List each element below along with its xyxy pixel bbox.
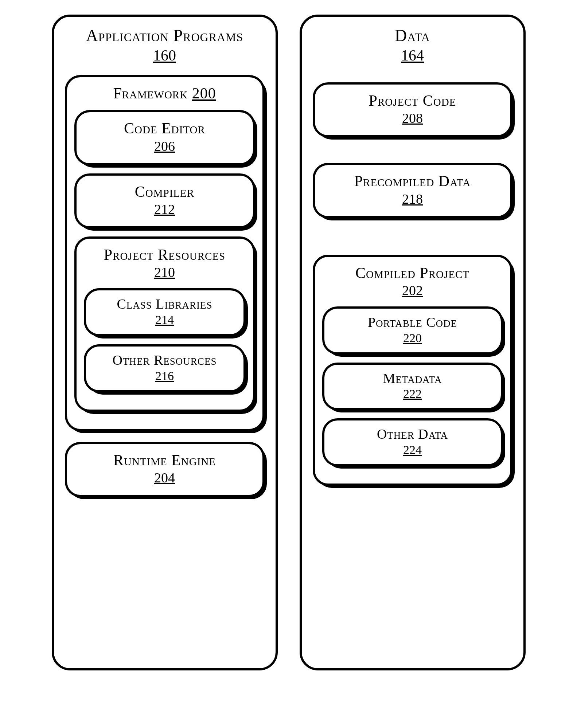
portable-code-ref: 220 — [330, 331, 495, 345]
metadata-ref: 222 — [330, 387, 495, 401]
compiler-box: Compiler 212 — [74, 173, 255, 228]
precompiled-data-box: Precompiled Data 218 — [313, 163, 512, 218]
data-panel: Data 164 Project Code 208 Precompiled Da… — [300, 15, 526, 670]
portable-code-title: Portable Code — [330, 314, 495, 330]
application-programs-title: Application Programs — [65, 26, 265, 45]
compiler-title: Compiler — [84, 183, 246, 200]
framework-box: Framework 200 Code Editor 206 Compiler 2… — [65, 75, 265, 431]
precompiled-data-title: Precompiled Data — [322, 172, 503, 190]
data-header: Data 164 — [313, 26, 512, 64]
precompiled-data-ref: 218 — [322, 191, 503, 207]
other-data-ref: 224 — [330, 443, 495, 457]
metadata-box: Metadata 222 — [322, 363, 503, 411]
class-libraries-title: Class Libraries — [91, 296, 238, 312]
code-editor-box: Code Editor 206 — [74, 110, 255, 165]
class-libraries-box: Class Libraries 214 — [84, 288, 246, 336]
other-data-box: Other Data 224 — [322, 418, 503, 466]
runtime-engine-ref: 204 — [74, 470, 255, 486]
project-resources-title: Project Resources — [84, 246, 246, 263]
other-resources-title: Other Resources — [91, 352, 238, 368]
project-resources-box: Project Resources 210 Class Libraries 21… — [74, 236, 255, 412]
application-programs-header: Application Programs 160 — [65, 26, 265, 64]
compiled-project-box: Compiled Project 202 Portable Code 220 M… — [313, 255, 512, 486]
framework-title: Framework 200 — [74, 85, 255, 102]
data-title: Data — [313, 26, 512, 45]
code-editor-ref: 206 — [84, 138, 246, 154]
other-resources-ref: 216 — [91, 369, 238, 383]
class-libraries-ref: 214 — [91, 313, 238, 327]
compiled-project-ref: 202 — [322, 282, 503, 298]
project-code-ref: 208 — [322, 110, 503, 126]
other-resources-box: Other Resources 216 — [84, 344, 246, 392]
compiler-ref: 212 — [84, 201, 246, 217]
other-data-title: Other Data — [330, 426, 495, 442]
project-resources-ref: 210 — [84, 264, 246, 280]
project-code-title: Project Code — [322, 92, 503, 109]
compiled-project-title: Compiled Project — [322, 264, 503, 282]
application-programs-panel: Application Programs 160 Framework 200 C… — [52, 15, 278, 670]
portable-code-box: Portable Code 220 — [322, 306, 503, 355]
application-programs-ref: 160 — [65, 47, 265, 64]
data-ref: 164 — [313, 47, 512, 64]
runtime-engine-box: Runtime Engine 204 — [65, 442, 265, 497]
code-editor-title: Code Editor — [84, 120, 246, 137]
runtime-engine-title: Runtime Engine — [74, 451, 255, 469]
project-code-box: Project Code 208 — [313, 82, 512, 137]
metadata-title: Metadata — [330, 371, 495, 387]
